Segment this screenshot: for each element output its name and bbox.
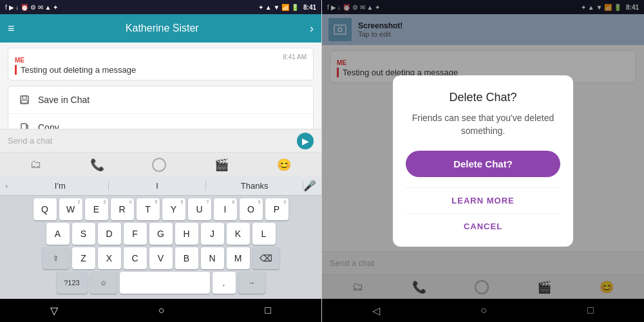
status-right-left: ✦ ▲ ▼ 📶 🔋 8:41 <box>258 4 316 11</box>
message-area-left: ME 8:41 AM Testing out deleting a messag… <box>0 43 321 129</box>
key-period[interactable]: . <box>213 272 236 294</box>
key-s[interactable]: S <box>72 223 95 245</box>
menu-item-copy-label: Copy <box>38 122 59 129</box>
phone-icon[interactable]: 📞 <box>90 158 104 172</box>
learn-more-button[interactable]: LEARN MORE <box>406 191 560 211</box>
key-p[interactable]: P0 <box>265 198 289 220</box>
suggestion-i[interactable]: I <box>109 181 206 191</box>
keyboard-suggestions: › I'm I Thanks 🎤 <box>0 176 321 196</box>
key-emoji[interactable]: ☺ <box>90 272 117 294</box>
key-row-4: ?123 ☺ . → <box>1 272 320 294</box>
suggestion-im[interactable]: I'm <box>12 181 109 191</box>
menu-item-save[interactable]: Save in Chat <box>8 86 313 114</box>
chat-placeholder-left: Send a chat <box>8 136 297 146</box>
left-phone: f ▶ ↓ ⏰ ⚙ ✉ ▲ ✦ ✦ ▲ ▼ 📶 🔋 8:41 ≡ Katheri… <box>0 0 322 322</box>
key-w[interactable]: W2 <box>59 198 82 220</box>
media-icons-bar-left: 🗂 📞 🎬 😊 <box>0 152 321 176</box>
status-left-icons: f ▶ ↓ ⏰ ⚙ ✉ ▲ ✦ <box>5 4 58 11</box>
svg-rect-2 <box>21 100 28 103</box>
dialog-divider-2 <box>406 213 560 214</box>
video-icon[interactable]: 🎬 <box>214 158 229 172</box>
svg-rect-0 <box>21 96 28 104</box>
status-time: 8:41 <box>303 4 316 11</box>
status-bar-left: f ▶ ↓ ⏰ ⚙ ✉ ▲ ✦ ✦ ▲ ▼ 📶 🔋 8:41 <box>0 0 321 14</box>
key-y[interactable]: Y6 <box>162 198 185 220</box>
dialog-title: Delete Chat? <box>406 91 560 104</box>
emoji-icon[interactable]: 😊 <box>277 158 291 172</box>
key-m[interactable]: M <box>227 247 250 269</box>
sticker-icon[interactable]: 🗂 <box>30 158 42 171</box>
key-row-3: ⇧ Z X C V B N M ⌫ <box>1 247 320 269</box>
key-d[interactable]: D <box>98 223 121 245</box>
nav-back-left[interactable]: ▽ <box>50 305 58 317</box>
key-x[interactable]: X <box>98 247 121 269</box>
key-n[interactable]: N <box>201 247 224 269</box>
key-row-1: Q W2 E3 R4 T5 Y6 U7 I8 O9 P0 <box>1 198 320 220</box>
key-l[interactable]: L <box>252 223 276 245</box>
send-icon[interactable]: ▶ <box>297 133 314 149</box>
circle-icon[interactable] <box>152 158 166 172</box>
key-k[interactable]: K <box>227 223 250 245</box>
dialog-body: Friends can see that you've deleted some… <box>406 112 560 137</box>
key-r[interactable]: R4 <box>111 198 134 220</box>
chevron-left-icon: › <box>5 181 8 191</box>
mic-icon[interactable]: 🎤 <box>303 180 316 192</box>
status-icons-left: f ▶ ↓ ⏰ ⚙ ✉ ▲ ✦ <box>5 4 58 11</box>
key-o[interactable]: O9 <box>240 198 263 220</box>
delete-chat-confirm-button[interactable]: Delete Chat? <box>406 151 560 177</box>
key-b[interactable]: B <box>175 247 198 269</box>
message-bubble-left: ME 8:41 AM Testing out deleting a messag… <box>8 48 314 80</box>
key-j[interactable]: J <box>201 223 224 245</box>
dialog-overlay: Delete Chat? Friends can see that you've… <box>322 0 644 322</box>
dialog-divider <box>406 187 560 188</box>
key-u[interactable]: U7 <box>188 198 211 220</box>
key-h[interactable]: H <box>175 223 198 245</box>
message-text-left: Testing out deleting a message <box>15 65 307 75</box>
menu-item-copy[interactable]: Copy <box>8 114 313 129</box>
nav-home-left[interactable]: ○ <box>158 305 165 316</box>
key-g[interactable]: G <box>149 223 173 245</box>
cancel-button[interactable]: CANCEL <box>406 216 560 236</box>
key-e[interactable]: E3 <box>85 198 108 220</box>
key-shift[interactable]: ⇧ <box>43 247 70 269</box>
key-v[interactable]: V <box>149 247 173 269</box>
hamburger-icon[interactable]: ≡ <box>8 22 15 35</box>
key-enter[interactable]: → <box>238 272 265 294</box>
suggestion-thanks[interactable]: Thanks <box>206 181 303 191</box>
copy-icon <box>19 122 30 129</box>
key-row-2: A S D F G H J K L <box>1 223 320 245</box>
right-phone: f ▶ ↓ ⏰ ⚙ ✉ ▲ ✦ ✦ ▲ ▼ 📶 🔋 8:41 Screensho… <box>322 0 644 322</box>
chat-title: Katherine Sister <box>15 23 310 34</box>
key-i[interactable]: I8 <box>214 198 237 220</box>
keyboard-rows: Q W2 E3 R4 T5 Y6 U7 I8 O9 P0 A S D F G H… <box>0 196 321 299</box>
delete-chat-dialog: Delete Chat? Friends can see that you've… <box>393 75 573 246</box>
bottom-nav-left: ▽ ○ □ <box>0 299 321 322</box>
chat-header-left: ≡ Katherine Sister › <box>0 14 321 43</box>
message-time: 8:41 AM <box>283 53 307 61</box>
context-menu: Save in Chat Copy Delete <box>8 86 314 129</box>
key-a[interactable]: A <box>46 223 70 245</box>
key-backspace[interactable]: ⌫ <box>252 247 279 269</box>
key-c[interactable]: C <box>124 247 147 269</box>
status-right-icons: ✦ ▲ ▼ 📶 🔋 <box>258 4 299 11</box>
svg-rect-4 <box>21 124 26 129</box>
save-icon <box>19 94 30 106</box>
key-z[interactable]: Z <box>72 247 95 269</box>
key-f[interactable]: F <box>124 223 147 245</box>
menu-item-save-label: Save in Chat <box>38 95 90 105</box>
nav-recent-left[interactable]: □ <box>265 305 271 316</box>
chat-input-left[interactable]: Send a chat ▶ <box>0 129 321 152</box>
message-label-left: ME <box>15 57 24 64</box>
key-numbers[interactable]: ?123 <box>57 272 88 294</box>
key-space[interactable] <box>120 272 210 294</box>
key-q[interactable]: Q <box>33 198 57 220</box>
keyboard-area-left: › I'm I Thanks 🎤 Q W2 E3 R4 T5 Y6 U7 I8 … <box>0 176 321 299</box>
key-t[interactable]: T5 <box>137 198 160 220</box>
chevron-right-icon[interactable]: › <box>310 22 314 35</box>
